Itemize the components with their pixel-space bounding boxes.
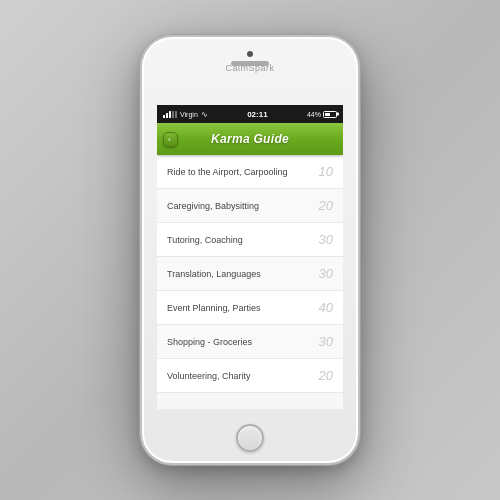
nav-bar: ‹ Karma Guide [157,123,343,155]
camera [247,51,253,57]
signal-bar-2 [166,113,168,118]
item-points: 10 [309,164,333,179]
item-points: 20 [309,368,333,383]
battery-icon [323,111,337,118]
item-label: Caregiving, Babysitting [167,201,309,211]
battery-fill [325,113,331,116]
screen: Virgin ∿ 02:11 44% ‹ Karma Guide Ride to… [157,105,343,409]
signal-bar-4 [172,111,174,118]
status-bar: Virgin ∿ 02:11 44% [157,105,343,123]
item-points: 30 [309,334,333,349]
item-label: Ride to the Airport, Carpooling [167,167,309,177]
item-label: Event Planning, Parties [167,303,309,313]
list-item[interactable]: Shopping - Groceries30 [157,325,343,359]
item-label: Shopping - Groceries [167,337,309,347]
back-chevron-icon: ‹ [168,135,171,144]
list-item[interactable]: Volunteering, Charity20 [157,359,343,393]
item-points: 30 [309,266,333,281]
home-button[interactable] [236,424,264,452]
nav-title: Karma Guide [211,132,289,146]
wifi-icon: ∿ [201,110,208,119]
item-label: Volunteering, Charity [167,371,309,381]
item-points: 30 [309,232,333,247]
phone-frame: CalmSpark Virgin ∿ 02:11 44% [140,35,360,465]
signal-bars-icon [163,110,177,118]
list: Ride to the Airport, Carpooling10Caregiv… [157,155,343,409]
battery-percent-label: 44% [307,111,321,118]
list-item[interactable]: Translation, Languages30 [157,257,343,291]
signal-bar-1 [163,115,165,118]
top-bezel: CalmSpark [142,37,358,105]
bottom-bezel [142,413,358,463]
signal-bar-5 [175,111,177,118]
item-points: 40 [309,300,333,315]
status-right: 44% [307,111,337,118]
list-item[interactable]: Tutoring, Coaching30 [157,223,343,257]
list-item[interactable]: Caregiving, Babysitting20 [157,189,343,223]
item-label: Tutoring, Coaching [167,235,309,245]
carrier-label: Virgin [180,111,198,118]
back-button[interactable]: ‹ [163,132,178,147]
item-label: Translation, Languages [167,269,309,279]
speaker [231,61,269,66]
signal-bar-3 [169,111,171,118]
list-item[interactable]: Event Planning, Parties40 [157,291,343,325]
item-points: 20 [309,198,333,213]
list-item[interactable]: Ride to the Airport, Carpooling10 [157,155,343,189]
status-left: Virgin ∿ [163,110,208,119]
time-display: 02:11 [247,110,267,119]
